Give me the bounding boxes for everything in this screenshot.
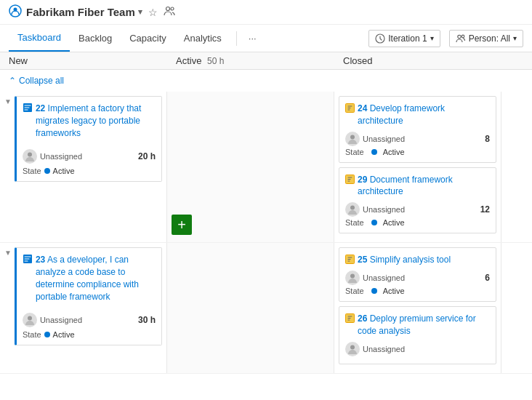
active-count: 50 h xyxy=(207,56,224,66)
story-row-22-active: 24 Develop framework architecture Unassi… xyxy=(334,92,501,242)
task-meta-29: Unassigned 12 xyxy=(345,202,490,217)
task-icon-24 xyxy=(345,103,355,114)
story-row-23: ▼ 23 As a developer, I can analyze a cod… xyxy=(0,243,532,373)
row-toggle-22[interactable]: ▼ xyxy=(4,96,12,105)
collapse-all-bar[interactable]: ⌃ Collapse all xyxy=(0,70,532,92)
task-title-29[interactable]: 29 Document framework architecture xyxy=(358,174,490,199)
nav-taskboard[interactable]: Taskboard xyxy=(9,25,70,52)
top-bar: Fabrikam Fiber Team ▾ ☆ xyxy=(0,0,532,25)
story-icon-23 xyxy=(23,254,33,265)
board-content: ▼ 22 Implement a factory that migrates l… xyxy=(0,92,532,388)
task-header-24: 24 Develop framework architecture xyxy=(345,103,490,127)
task-title-25[interactable]: 25 Simplify analysis tool xyxy=(358,254,490,266)
story-title-23[interactable]: 23 As a developer, I can analyze a code … xyxy=(36,254,156,303)
task-header-25: 25 Simplify analysis tool xyxy=(345,254,490,266)
story-hours-23: 30 h xyxy=(138,315,156,325)
avatar-25 xyxy=(345,271,360,285)
task-card-29: 29 Document framework architecture Unass… xyxy=(339,167,496,234)
nav-capacity[interactable]: Capacity xyxy=(121,25,175,51)
team-chevron[interactable]: ▾ xyxy=(138,7,142,17)
iteration-button[interactable]: Iteration 1 ▾ xyxy=(368,30,440,47)
nav-divider xyxy=(236,31,237,46)
task-assignee-29: Unassigned xyxy=(345,202,405,217)
avatar-24 xyxy=(345,132,360,146)
task-assignee-label-24: Unassigned xyxy=(363,135,405,143)
story-title-22[interactable]: 22 Implement a factory that migrates leg… xyxy=(36,103,156,139)
story-card-22: 22 Implement a factory that migrates leg… xyxy=(15,96,162,182)
avatar-26 xyxy=(345,342,360,356)
state-label-22: Active xyxy=(53,167,75,175)
story-hours-22: 20 h xyxy=(138,151,156,161)
avatar-23 xyxy=(23,313,37,327)
new-label: New xyxy=(9,55,28,66)
person-label: Person: All xyxy=(469,33,510,44)
board-main: New Active 50 h Closed ⌃ Collapse all ▼ xyxy=(0,52,532,388)
team-icon xyxy=(9,4,22,20)
nav-right: Iteration 1 ▾ Person: All ▾ xyxy=(368,30,523,47)
assignee-label-22: Unassigned xyxy=(40,152,82,161)
people-icon[interactable] xyxy=(164,6,175,18)
svg-point-14 xyxy=(28,316,32,321)
nav-bar: Taskboard Backlog Capacity Analytics ···… xyxy=(0,25,532,52)
svg-point-16 xyxy=(350,273,355,278)
task-assignee-24: Unassigned xyxy=(345,132,405,146)
task-state-24: State Active xyxy=(345,148,490,156)
story-assignee-22: Unassigned xyxy=(23,149,82,164)
task-meta-24: Unassigned 8 xyxy=(345,132,490,146)
active-label: Active xyxy=(176,55,201,66)
nav-backlog[interactable]: Backlog xyxy=(70,25,121,51)
person-button[interactable]: Person: All ▾ xyxy=(449,30,523,47)
task-card-24: 24 Develop framework architecture Unassi… xyxy=(339,96,496,163)
person-icon xyxy=(456,34,466,43)
story-state-23: State Active xyxy=(23,330,156,339)
story-state-22: State Active xyxy=(23,167,156,175)
story-row-23-closed xyxy=(501,243,532,372)
story-row-22-new: + xyxy=(167,92,334,242)
col-header-closed: Closed xyxy=(343,55,523,66)
task-meta-25: Unassigned 6 xyxy=(345,271,490,285)
avatar-22 xyxy=(23,149,37,164)
iteration-label: Iteration 1 xyxy=(388,33,427,44)
story-row-22: ▼ 22 Implement a factory that migrates l… xyxy=(0,92,532,243)
task-state-dot-25 xyxy=(371,288,377,294)
svg-point-18 xyxy=(350,345,355,349)
task-num-24: 8 xyxy=(485,134,490,144)
svg-point-8 xyxy=(28,153,32,157)
nav-more[interactable]: ··· xyxy=(243,25,262,51)
collapse-all-label: Collapse all xyxy=(19,76,64,86)
add-task-button-22[interactable]: + xyxy=(172,215,192,235)
team-name-text: Fabrikam Fiber Team xyxy=(26,6,135,18)
story-meta-23: Unassigned 30 h xyxy=(23,313,156,327)
task-header-26: 26 Deploy premium service for code analy… xyxy=(345,313,490,337)
svg-point-12 xyxy=(350,206,355,210)
state-dot-23 xyxy=(44,332,50,337)
nav-analytics[interactable]: Analytics xyxy=(175,25,230,51)
story-row-23-new xyxy=(167,243,334,372)
task-title-24[interactable]: 24 Develop framework architecture xyxy=(358,103,490,127)
task-icon-25 xyxy=(345,255,355,265)
task-assignee-25: Unassigned xyxy=(345,271,405,285)
svg-point-5 xyxy=(457,35,460,38)
assignee-label-23: Unassigned xyxy=(40,316,82,324)
task-state-29: State Active xyxy=(345,218,490,227)
task-title-26[interactable]: 26 Deploy premium service for code analy… xyxy=(358,313,490,337)
avatar-29 xyxy=(345,202,360,217)
iteration-icon xyxy=(375,33,385,44)
task-num-25: 6 xyxy=(485,273,490,283)
story-assignee-23: Unassigned xyxy=(23,313,82,327)
task-state-dot-29 xyxy=(371,220,377,225)
svg-point-2 xyxy=(166,7,169,11)
task-state-label-25: Active xyxy=(383,287,405,295)
task-meta-26: Unassigned xyxy=(345,342,490,356)
star-icon[interactable]: ☆ xyxy=(148,7,158,18)
row-toggle-23[interactable]: ▼ xyxy=(4,247,12,257)
story-card-23-col: ▼ 23 As a developer, I can analyze a cod… xyxy=(0,243,167,372)
task-card-25: 25 Simplify analysis tool Unassigned 6 xyxy=(339,247,496,302)
top-bar-actions: ☆ xyxy=(148,6,175,18)
iteration-chevron: ▾ xyxy=(430,34,434,42)
task-assignee-26: Unassigned xyxy=(345,342,405,356)
task-state-dot-24 xyxy=(371,149,377,155)
story-card-23: 23 As a developer, I can analyze a code … xyxy=(15,247,162,345)
team-name[interactable]: Fabrikam Fiber Team ▾ xyxy=(26,6,142,18)
collapse-chevron: ⌃ xyxy=(9,76,16,86)
